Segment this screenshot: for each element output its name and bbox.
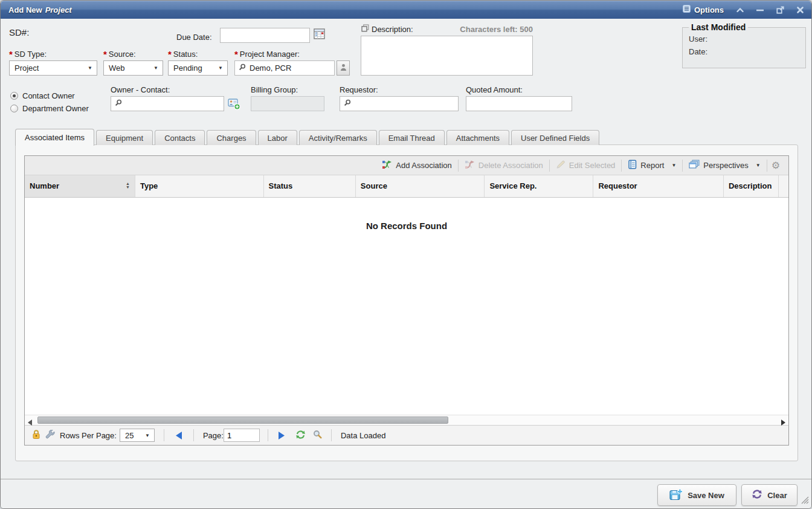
horizontal-scrollbar[interactable]	[25, 415, 788, 425]
save-icon	[669, 488, 683, 502]
next-page-icon[interactable]	[276, 432, 287, 439]
tab-associated-items[interactable]: Associated Items	[15, 129, 94, 146]
toolbar-separator	[682, 160, 683, 172]
column-header-source[interactable]: Source	[356, 175, 485, 197]
column-header-description[interactable]: Description	[724, 175, 779, 197]
add-association-button[interactable]: Add Association	[376, 160, 457, 172]
pager-separator	[193, 429, 194, 441]
options-label: Options	[694, 5, 724, 15]
chevron-down-icon: ▼	[153, 65, 158, 71]
sort-icon: ▲▼	[126, 182, 130, 189]
last-modified-title: Last Modified	[689, 22, 748, 32]
page-input[interactable]	[224, 429, 260, 442]
column-header-status[interactable]: Status	[264, 175, 356, 197]
add-new-project-window: Add NewProject Options SD#:	[0, 0, 812, 509]
person-icon	[340, 63, 347, 73]
tab-contacts[interactable]: Contacts	[155, 130, 205, 145]
column-header-filler	[779, 175, 788, 197]
scroll-right-icon[interactable]	[781, 417, 785, 428]
minimize-icon[interactable]	[756, 6, 764, 13]
wrench-icon[interactable]	[45, 430, 55, 441]
grid-settings-gear-icon[interactable]: ⚙	[768, 161, 784, 170]
sd-type-select[interactable]: Project▼	[9, 60, 97, 76]
toolbar-separator	[458, 160, 459, 172]
form-area: SD#: Due Date: Description: Characters l…	[1, 19, 811, 129]
source-label: *Source:	[103, 50, 136, 59]
rows-per-page-select[interactable]: 25▼	[120, 429, 155, 442]
scroll-left-icon[interactable]	[28, 417, 32, 428]
quoted-amount-input[interactable]	[466, 96, 572, 111]
tab-user-defined-fields[interactable]: User Defined Fields	[511, 130, 599, 145]
last-modified-panel: Last Modified User: Date:	[682, 22, 806, 68]
billing-group-label: Billing Group:	[251, 85, 298, 94]
report-menu-button[interactable]: Report ▼	[622, 160, 682, 171]
requestor-input[interactable]	[340, 96, 459, 111]
lock-icon[interactable]	[32, 429, 40, 441]
grid-pager: Rows Per Page: 25▼ Page:	[25, 425, 788, 445]
footer-bar: Save New Clear	[1, 479, 811, 508]
pager-status-text: Data Loaded	[341, 431, 385, 440]
last-modified-user-label: User:	[689, 34, 707, 44]
due-date-input[interactable]	[220, 28, 310, 43]
toolbar-separator	[767, 160, 767, 172]
tab-email-thread[interactable]: Email Thread	[379, 130, 445, 145]
titlebar[interactable]: Add NewProject Options	[1, 1, 811, 19]
search-icon	[239, 63, 246, 73]
description-textarea[interactable]	[361, 36, 533, 76]
add-association-icon	[382, 160, 392, 172]
project-manager-input[interactable]: Demo, PCR	[234, 60, 335, 76]
tab-charges[interactable]: Charges	[207, 130, 256, 145]
resize-handle[interactable]	[801, 496, 809, 507]
toolbar-separator	[549, 160, 550, 172]
search-icon	[115, 99, 122, 108]
radio-selected-icon	[10, 92, 18, 100]
owner-contact-label: Owner - Contact:	[111, 85, 170, 94]
empty-message: No Records Found	[25, 221, 788, 231]
refresh-icon[interactable]	[295, 430, 306, 441]
options-button[interactable]: Options	[683, 5, 724, 15]
description-popout-icon[interactable]	[361, 24, 369, 34]
popout-icon[interactable]	[776, 6, 784, 14]
save-new-button[interactable]: Save New	[657, 484, 736, 506]
tab-activity-remarks[interactable]: Activity/Remarks	[299, 130, 377, 145]
description-label: Description:	[372, 25, 413, 34]
status-select[interactable]: Pending▼	[168, 60, 228, 76]
select-user-button[interactable]	[337, 60, 350, 76]
calendar-icon[interactable]	[314, 28, 325, 41]
perspectives-icon	[689, 160, 700, 171]
perspectives-menu-button[interactable]: Perspectives ▼	[683, 160, 765, 171]
tab-labor[interactable]: Labor	[258, 130, 297, 145]
scrollbar-thumb[interactable]	[37, 417, 448, 424]
grid-toolbar: Add Association Delete Association Edit …	[25, 156, 788, 175]
tab-equipment[interactable]: Equipment	[96, 130, 153, 145]
last-modified-date-label: Date:	[689, 47, 707, 56]
department-owner-label: Department Owner	[22, 104, 89, 113]
column-header-requestor[interactable]: Requestor	[593, 175, 724, 197]
page-label: Page:	[203, 431, 224, 440]
clear-button[interactable]: Clear	[741, 484, 798, 506]
owner-contact-input[interactable]	[111, 96, 224, 111]
collapse-icon[interactable]	[736, 7, 744, 13]
close-icon[interactable]	[797, 7, 804, 13]
sd-type-label: *SD Type:	[9, 50, 47, 59]
contact-owner-radio[interactable]: Contact Owner	[10, 91, 75, 100]
column-header-service-rep[interactable]: Service Rep.	[485, 175, 593, 197]
search-grid-icon[interactable]	[313, 430, 322, 441]
required-marker: *	[168, 49, 172, 59]
source-select[interactable]: Web▼	[103, 60, 163, 76]
grid-header-row: Number ▲▼ Type Status Source Service Rep…	[25, 175, 788, 198]
column-header-type[interactable]: Type	[135, 175, 264, 197]
delete-association-button[interactable]: Delete Association	[459, 160, 549, 172]
requestor-label: Requestor:	[340, 85, 378, 94]
pager-separator	[331, 429, 332, 441]
tab-attachments[interactable]: Attachments	[446, 130, 509, 145]
previous-page-icon[interactable]	[173, 432, 184, 439]
department-owner-radio[interactable]: Department Owner	[10, 104, 89, 113]
quoted-amount-label: Quoted Amount:	[466, 85, 523, 94]
chevron-down-icon: ▼	[218, 65, 223, 71]
sd-number-label: SD#:	[9, 27, 29, 37]
column-header-number[interactable]: Number ▲▼	[25, 175, 135, 197]
add-contact-icon[interactable]	[228, 97, 240, 112]
edit-selected-button[interactable]: Edit Selected	[550, 160, 621, 171]
window-title: Add NewProject	[8, 5, 72, 15]
